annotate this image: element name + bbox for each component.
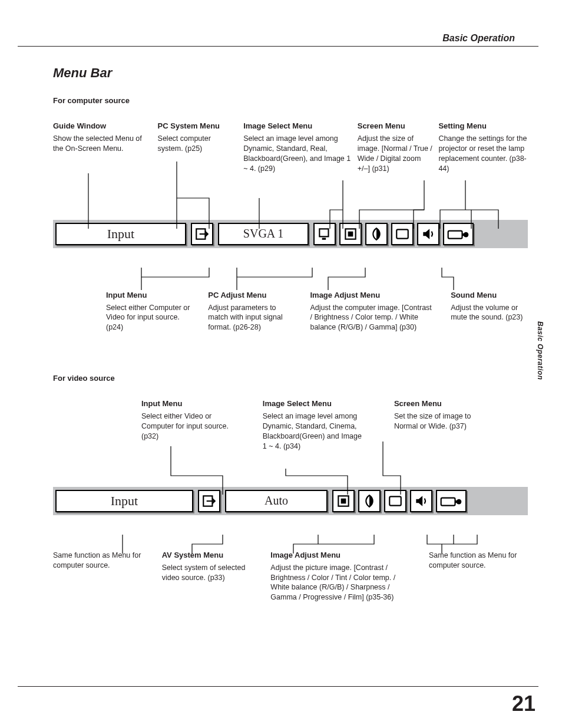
menu-bar-video: Input Auto: [53, 487, 528, 515]
callout-desc: Set the size of image to Normal or Wide.…: [394, 411, 481, 431]
screen-icon: [391, 223, 414, 245]
setting-icon: [436, 490, 467, 512]
svg-rect-11: [341, 498, 346, 503]
callout-v-image-adjust: Image Adjust Menu Adjust the picture ima…: [270, 551, 414, 603]
callout-desc: Adjust the volume or mute the sound. (p2…: [451, 303, 528, 323]
callout-screen: Screen Menu Adjust the size of image. [N…: [358, 121, 433, 174]
callout-desc: Select system of selected video source. …: [162, 563, 256, 583]
callout-v-image-select: Image Select Menu Select an image level …: [263, 399, 365, 452]
callout-heading: Image Select Menu: [263, 399, 365, 408]
callout-desc: Show the selected Menu of the On-Screen …: [53, 134, 152, 154]
callout-pc-system: PC System Menu Select computer system. (…: [158, 121, 238, 174]
callout-pc-adjust: PC Adjust Menu Adjust parameters to matc…: [208, 291, 295, 333]
callout-heading: Guide Window: [53, 121, 152, 130]
footer-rule: [18, 686, 538, 687]
pc-adjust-icon: [313, 223, 336, 245]
callout-heading: Image Select Menu: [243, 121, 352, 130]
callout-heading: PC System Menu: [158, 121, 238, 130]
callout-desc: Select computer system. (p25): [158, 134, 238, 154]
section-video-source: For video source Input Menu Select eithe…: [53, 374, 528, 602]
callout-heading: Image Adjust Menu: [310, 291, 435, 299]
callout-heading: PC Adjust Menu: [208, 291, 295, 299]
callout-heading: AV System Menu: [162, 551, 256, 559]
callout-av-system: AV System Menu Select system of selected…: [162, 551, 256, 603]
section-computer-source: For computer source Guide Window Show th…: [53, 96, 528, 332]
header-rule: [18, 46, 538, 47]
callout-image-adjust: Image Adjust Menu Adjust the computer im…: [310, 291, 435, 333]
callout-heading: Screen Menu: [394, 399, 481, 408]
page-title: Menu Bar: [53, 65, 528, 81]
callout-v-input: Input Menu Select either Video or Comput…: [141, 399, 233, 452]
callout-desc: Adjust parameters to match with input si…: [208, 303, 295, 333]
callout-same-right: Same function as Menu for computer sourc…: [429, 551, 528, 603]
svg-rect-15: [455, 500, 458, 503]
callout-desc: Select an image level among Dynamic, Sta…: [263, 411, 365, 452]
callout-desc: Adjust the picture image. [Contrast / Br…: [270, 563, 414, 603]
svg-rect-13: [441, 498, 455, 505]
callout-desc: Select either Video or Computer for inpu…: [141, 411, 233, 442]
callout-desc: Same function as Menu for computer sourc…: [53, 551, 147, 571]
side-tab: Basic Operation: [536, 321, 549, 380]
sound-icon: [417, 223, 439, 245]
page-number: 21: [512, 691, 535, 716]
callout-same-left: Same function as Menu for computer sourc…: [53, 551, 147, 603]
image-select-icon: [332, 490, 355, 512]
callout-heading: Input Menu: [141, 399, 233, 408]
svg-rect-5: [396, 229, 408, 238]
callout-heading: Setting Menu: [438, 121, 528, 130]
callout-desc: Select an image level among Dynamic, Sta…: [243, 134, 352, 174]
system-box: Auto: [225, 490, 328, 512]
svg-rect-4: [348, 231, 353, 236]
svg-rect-2: [322, 238, 326, 239]
input-menu-icon: [191, 223, 213, 245]
svg-rect-6: [448, 230, 462, 238]
svg-rect-12: [389, 496, 401, 505]
image-select-icon: [339, 223, 362, 245]
callout-desc: Same function as Menu for computer sourc…: [429, 551, 528, 571]
callout-heading: Sound Menu: [451, 291, 528, 299]
callout-guide-window: Guide Window Show the selected Menu of t…: [53, 121, 152, 174]
svg-rect-8: [462, 233, 465, 235]
callout-setting: Setting Menu Change the settings for the…: [438, 121, 528, 174]
image-adjust-icon: [358, 490, 381, 512]
setting-icon: [443, 223, 474, 245]
section-label: For computer source: [53, 96, 528, 105]
running-header: Basic Operation: [442, 33, 515, 44]
callout-desc: Select either Computer or Video for inpu…: [106, 303, 193, 333]
image-adjust-icon: [365, 223, 388, 245]
callout-heading: Input Menu: [106, 291, 193, 299]
callout-heading: Image Adjust Menu: [270, 551, 414, 559]
guide-window-box: Input: [55, 490, 193, 512]
callout-image-select: Image Select Menu Select an image level …: [243, 121, 352, 174]
guide-window-box: Input: [55, 223, 186, 245]
callout-heading: Screen Menu: [358, 121, 433, 130]
callout-desc: Adjust the size of image. [Normal / True…: [358, 134, 433, 174]
callout-v-screen: Screen Menu Set the size of image to Nor…: [394, 399, 481, 452]
screen-icon: [384, 490, 406, 512]
section-label: For video source: [53, 374, 528, 383]
input-menu-icon: [198, 490, 220, 512]
callout-input-menu: Input Menu Select either Computer or Vid…: [106, 291, 193, 333]
callout-desc: Adjust the computer image. [Contrast / B…: [310, 303, 435, 333]
system-box: SVGA 1: [218, 223, 309, 245]
callout-sound: Sound Menu Adjust the volume or mute the…: [451, 291, 528, 333]
menu-bar-computer: Input SVGA 1: [53, 220, 528, 248]
svg-rect-1: [319, 229, 328, 236]
callout-desc: Change the settings for the projector or…: [438, 134, 528, 174]
sound-icon: [410, 490, 432, 512]
side-tab-label: Basic Operation: [536, 321, 544, 380]
